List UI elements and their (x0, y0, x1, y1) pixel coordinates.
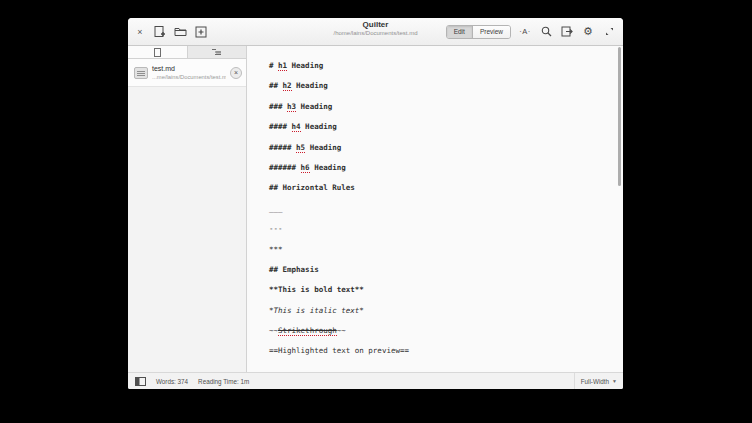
editor-line: ## h2 Heading (269, 76, 609, 96)
search-icon (541, 26, 552, 37)
edit-mode-button[interactable]: Edit (447, 26, 472, 38)
focus-mode-button[interactable]: ·A· (518, 25, 532, 39)
sidebar-toggle-icon (135, 377, 146, 386)
file-meta: test.md ...me/lains/Documents/test.md (152, 64, 226, 81)
save-as-button[interactable] (194, 25, 208, 39)
width-mode-label: Full-Width (581, 378, 609, 385)
editor-line: *** (269, 240, 609, 260)
view-mode-toggle: Edit Preview (446, 25, 511, 39)
save-as-icon (195, 26, 207, 38)
editor-line: --- (269, 219, 609, 239)
quilter-window: × (128, 18, 623, 389)
editor-line: ## Horizontal Rules (269, 178, 609, 198)
editor-line: ##### h5 Heading (269, 138, 609, 158)
outline-icon (212, 48, 221, 56)
statusbar-separator (574, 373, 575, 389)
new-file-icon (154, 26, 165, 38)
headerbar: × (128, 18, 623, 46)
focus-mode-icon: ·A· (519, 27, 531, 36)
desktop-background: × (0, 0, 752, 423)
word-count: Words: 374 (156, 378, 188, 385)
export-button[interactable] (560, 25, 574, 39)
markdown-file-icon (134, 67, 148, 79)
fullscreen-icon (605, 27, 614, 36)
editor-line: ## Emphasis (269, 260, 609, 280)
chevron-down-icon: ▼ (612, 378, 617, 384)
editor-line: *This is italic text* (269, 301, 609, 321)
sidebar: test.md ...me/lains/Documents/test.md × (128, 46, 247, 372)
editor-line: ###### h6 Heading (269, 158, 609, 178)
editor-line: ~~Strikethrough~~ (269, 321, 609, 341)
file-path: ...me/lains/Documents/test.md (152, 73, 226, 81)
export-icon (561, 26, 573, 37)
search-button[interactable] (539, 25, 553, 39)
file-close-button[interactable]: × (230, 67, 242, 79)
gear-icon: ⚙ (583, 26, 593, 37)
toggle-sidebar-button[interactable] (134, 375, 146, 387)
file-list-item[interactable]: test.md ...me/lains/Documents/test.md × (128, 59, 246, 87)
tab-files[interactable] (128, 46, 187, 58)
folder-open-icon (174, 26, 187, 37)
fullscreen-button[interactable] (602, 25, 616, 39)
statusbar: Words: 374 Reading Time: 1m Full-Width ▼ (128, 372, 623, 389)
open-file-button[interactable] (173, 25, 187, 39)
editor-line: ### h3 Heading (269, 97, 609, 117)
width-mode-dropdown[interactable]: Full-Width ▼ (581, 378, 617, 385)
tab-outline[interactable] (187, 46, 247, 58)
editor-line: # h1 Heading (269, 56, 609, 76)
editor-content: # h1 Heading## h2 Heading### h3 Heading#… (247, 46, 623, 362)
sidebar-tabs (128, 46, 246, 59)
window-close-button[interactable]: × (135, 25, 145, 39)
reading-time: Reading Time: 1m (198, 378, 249, 385)
editor-pane[interactable]: # h1 Heading## h2 Heading### h3 Heading#… (247, 46, 623, 372)
editor-line: #### h4 Heading (269, 117, 609, 137)
file-name: test.md (152, 64, 226, 73)
window-body: test.md ...me/lains/Documents/test.md × … (128, 46, 623, 372)
editor-scrollbar[interactable] (618, 47, 621, 186)
new-file-button[interactable] (152, 25, 166, 39)
document-icon (154, 48, 161, 57)
editor-line: **This is bold text** (269, 280, 609, 300)
preferences-button[interactable]: ⚙ (581, 25, 595, 39)
preview-mode-button[interactable]: Preview (472, 26, 510, 38)
editor-line: ___ (269, 199, 609, 219)
editor-line: ==Highlighted text on preview== (269, 341, 609, 361)
